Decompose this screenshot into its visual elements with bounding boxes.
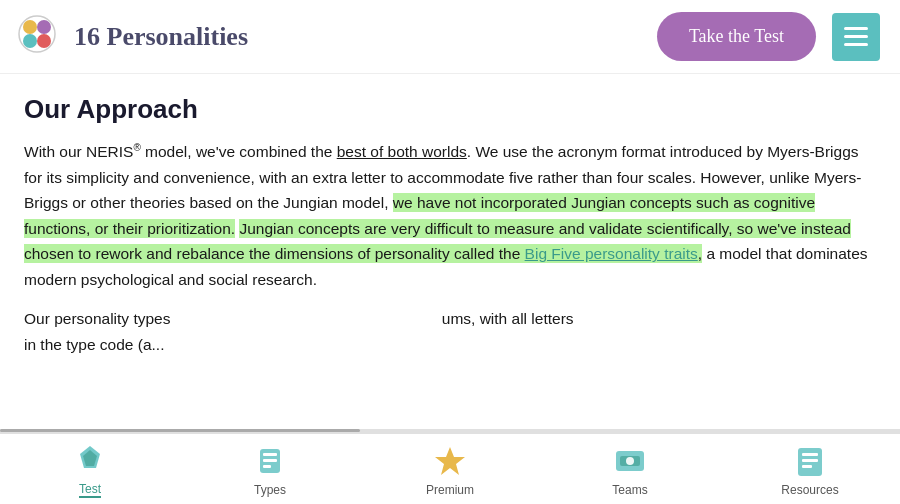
svg-rect-17 [802, 459, 818, 462]
nav-item-resources[interactable]: Resources [770, 443, 850, 497]
resources-icon [792, 443, 828, 479]
section-title: Our Approach [24, 94, 876, 125]
svg-marker-11 [435, 447, 465, 475]
svg-point-2 [23, 34, 37, 48]
nav-item-teams[interactable]: Teams [590, 443, 670, 497]
nav-item-test[interactable]: Test [50, 442, 130, 498]
svg-point-0 [23, 20, 37, 34]
premium-icon [432, 443, 468, 479]
svg-rect-18 [802, 465, 812, 468]
nav-label-premium: Premium [426, 483, 474, 497]
types-icon [252, 443, 288, 479]
main-content: Our Approach With our NERIS® model, we'v… [0, 74, 900, 374]
svg-point-4 [19, 16, 55, 52]
header-right: Take the Test [657, 12, 880, 61]
body-paragraph-1: With our NERIS® model, we've combined th… [24, 139, 876, 292]
svg-point-1 [37, 20, 51, 34]
body-paragraph-2: Our personality types ums, with all lett… [24, 306, 876, 357]
svg-rect-10 [263, 465, 271, 468]
logo-text: 16 Personalities [74, 22, 248, 52]
bottom-nav: Test Types Premium Teams [0, 432, 900, 504]
svg-rect-9 [263, 459, 277, 462]
svg-rect-16 [802, 453, 818, 456]
hamburger-line-3 [844, 43, 868, 46]
header: 16 Personalities Take the Test [0, 0, 900, 74]
underline-best-of-both: best of both worlds [337, 143, 467, 160]
nav-item-premium[interactable]: Premium [410, 443, 490, 497]
nav-label-test: Test [79, 482, 101, 498]
teams-icon [612, 443, 648, 479]
nav-item-types[interactable]: Types [230, 443, 310, 497]
hamburger-line-1 [844, 27, 868, 30]
big-five-link[interactable]: Big Five personality traits [525, 245, 698, 262]
svg-point-3 [37, 34, 51, 48]
logo-area: 16 Personalities [16, 13, 248, 61]
nav-label-resources: Resources [781, 483, 838, 497]
svg-rect-8 [263, 453, 277, 456]
nav-label-teams: Teams [612, 483, 647, 497]
hamburger-line-2 [844, 35, 868, 38]
test-icon [72, 442, 108, 478]
svg-point-14 [626, 457, 634, 465]
menu-button[interactable] [832, 13, 880, 61]
take-test-button[interactable]: Take the Test [657, 12, 816, 61]
logo-icon [16, 13, 64, 61]
nav-label-types: Types [254, 483, 286, 497]
